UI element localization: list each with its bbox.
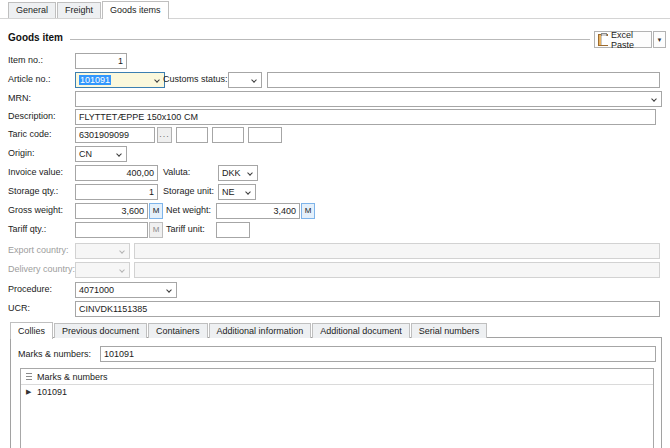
- taric-code-sub1-input[interactable]: [176, 127, 208, 143]
- tab-containers[interactable]: Containers: [148, 323, 208, 338]
- mrn-combobox[interactable]: [75, 91, 662, 107]
- chevron-down-icon: [154, 77, 160, 83]
- marks-numbers-input[interactable]: 101091: [100, 346, 656, 362]
- rows-icon: [26, 373, 32, 381]
- ucr-label: UCR:: [8, 303, 30, 313]
- grid-header[interactable]: Marks & numbers: [21, 369, 653, 385]
- article-no-selected-text: 101091: [79, 75, 111, 85]
- gross-weight-label: Gross weight:: [8, 205, 63, 215]
- goods-items-screen: General Freight Goods items Goods item E…: [0, 0, 670, 448]
- tab-collies[interactable]: Collies: [10, 322, 53, 339]
- storage-unit-value: NE: [222, 187, 235, 197]
- customs-status-label: Customs status:: [163, 74, 228, 84]
- storage-unit-label: Storage unit:: [163, 186, 214, 196]
- gross-weight-input[interactable]: 3,600: [75, 203, 148, 219]
- clipboard-paste-icon: [598, 34, 608, 46]
- taric-code-browse-button[interactable]: ...: [157, 127, 172, 143]
- tariff-unit-label: Tariff unit:: [166, 224, 205, 234]
- origin-value: CN: [79, 149, 92, 159]
- delivery-country-text-input: [134, 262, 660, 278]
- export-country-label: Export country:: [8, 245, 69, 255]
- taric-code-sub2-input[interactable]: [212, 127, 244, 143]
- invoice-value-label: Invoice value:: [8, 167, 63, 177]
- article-no-label: Article no.:: [8, 74, 51, 84]
- tariff-unit-input[interactable]: [216, 222, 250, 238]
- delivery-country-label: Delivery country:: [8, 264, 75, 274]
- invoice-value-input[interactable]: 400,00: [75, 165, 158, 181]
- gross-weight-m-button[interactable]: M: [149, 203, 163, 219]
- chevron-down-icon: [251, 77, 257, 83]
- main-tabbar: General Freight Goods items: [0, 0, 670, 19]
- article-no-combobox[interactable]: 101091: [75, 72, 165, 88]
- procedure-combobox[interactable]: 4071000: [75, 282, 177, 298]
- net-weight-m-button[interactable]: M: [301, 203, 315, 219]
- chevron-down-icon: [166, 287, 172, 293]
- tab-previous-document[interactable]: Previous document: [54, 323, 147, 338]
- chevron-down-icon: [247, 170, 253, 176]
- grid-header-label: Marks & numbers: [37, 372, 108, 382]
- storage-qty-input[interactable]: 1: [75, 184, 158, 200]
- storage-qty-label: Storage qty.:: [8, 186, 58, 196]
- tab-general[interactable]: General: [8, 2, 56, 18]
- procedure-value: 4071000: [79, 285, 114, 295]
- marks-numbers-grid: Marks & numbers ▶ 101091: [20, 368, 654, 448]
- grid-row[interactable]: ▶ 101091: [21, 385, 653, 400]
- chevron-down-icon: [116, 151, 122, 157]
- customs-status-text-input[interactable]: [267, 72, 660, 88]
- customs-status-combobox[interactable]: [228, 72, 262, 88]
- origin-label: Origin:: [8, 148, 35, 158]
- excel-paste-button[interactable]: Excel Paste: [594, 31, 652, 48]
- mrn-label: MRN:: [8, 93, 31, 103]
- storage-unit-combobox[interactable]: NE: [218, 184, 256, 200]
- excel-paste-dropdown-button[interactable]: ▼: [653, 31, 666, 48]
- taric-code-label: Taric code:: [8, 129, 52, 139]
- chevron-down-icon: [651, 96, 657, 102]
- tariff-qty-input[interactable]: [75, 222, 148, 238]
- valuta-label: Valuta:: [163, 167, 190, 177]
- row-marker-icon: ▶: [26, 388, 31, 396]
- tariff-qty-label: Tariff qty.:: [8, 224, 46, 234]
- net-weight-input[interactable]: 3,400: [216, 203, 300, 219]
- valuta-combobox[interactable]: DKK: [218, 165, 258, 181]
- origin-combobox[interactable]: CN: [75, 146, 127, 162]
- chevron-down-icon: [245, 189, 251, 195]
- group-title: Goods item: [8, 32, 63, 43]
- tab-additional-document[interactable]: Additional document: [312, 323, 410, 338]
- detail-tabbar: Collies Previous document Containers Add…: [10, 321, 488, 338]
- tab-goods-items[interactable]: Goods items: [102, 1, 169, 19]
- excel-paste-label: Excel Paste: [611, 30, 648, 50]
- ucr-input[interactable]: CINVDK1151385: [75, 301, 660, 317]
- valuta-value: DKK: [222, 168, 241, 178]
- delivery-country-combobox: [75, 262, 130, 278]
- marks-numbers-label: Marks & numbers:: [18, 349, 91, 359]
- tab-freight[interactable]: Freight: [57, 2, 101, 18]
- export-country-text-input: [134, 243, 660, 259]
- tab-serial-numbers[interactable]: Serial numbers: [411, 323, 488, 338]
- taric-code-input[interactable]: 6301909099: [75, 127, 155, 143]
- chevron-down-icon: [119, 248, 125, 254]
- dropdown-arrow-icon: ▼: [657, 37, 663, 43]
- item-no-label: Item no.:: [8, 55, 43, 65]
- grid-row-value: 101091: [37, 387, 67, 397]
- export-country-combobox: [75, 243, 130, 259]
- tab-additional-information[interactable]: Additional information: [209, 323, 312, 338]
- chevron-down-icon: [119, 267, 125, 273]
- taric-code-sub3-input[interactable]: [248, 127, 282, 143]
- procedure-label: Procedure:: [8, 284, 52, 294]
- item-no-input[interactable]: 1: [75, 53, 127, 69]
- tariff-qty-m-button[interactable]: M: [149, 222, 163, 238]
- group-divider: [70, 39, 590, 40]
- description-input[interactable]: FLYTTETÆPPE 150x100 CM: [75, 109, 656, 125]
- net-weight-label: Net weight:: [166, 205, 211, 215]
- description-label: Description:: [8, 111, 56, 121]
